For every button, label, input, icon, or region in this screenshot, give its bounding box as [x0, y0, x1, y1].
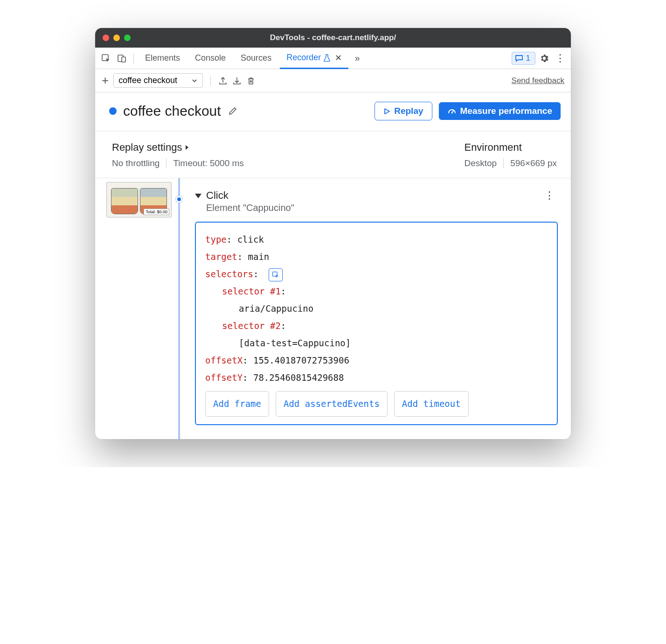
replay-label: Replay [394, 106, 423, 116]
add-asserted-events-button[interactable]: Add assertedEvents [276, 391, 388, 417]
throttling-value: No throttling [112, 158, 160, 168]
more-menu-icon[interactable]: ⋮ [553, 51, 567, 65]
more-tabs-icon[interactable]: » [350, 51, 364, 65]
add-frame-button[interactable]: Add frame [205, 391, 269, 417]
field-key-selectors[interactable]: selectors [205, 269, 253, 279]
message-icon [515, 54, 523, 63]
close-window-button[interactable] [103, 35, 109, 41]
chevron-right-icon [185, 144, 189, 151]
settings-gear-icon[interactable] [537, 51, 551, 65]
divider [166, 158, 166, 168]
selector-1-key[interactable]: selector #1 [222, 286, 281, 296]
settings-row: Replay settings No throttling Timeout: 5… [95, 131, 571, 178]
step-panel: Click Element "Cappucino" ⋮ type: click … [188, 178, 571, 439]
thumbnail-column: Total: $0.00 [95, 178, 170, 439]
recording-dropdown[interactable]: coffee checkout [113, 73, 203, 88]
close-tab-icon[interactable]: ✕ [335, 53, 342, 63]
import-icon[interactable] [232, 76, 242, 85]
tab-recorder-label: Recorder [286, 53, 321, 63]
svg-rect-2 [122, 57, 125, 62]
inspect-element-icon[interactable] [99, 51, 113, 65]
recording-name: coffee checkout [118, 76, 177, 85]
selector-1-val[interactable]: aria/Cappucino [239, 303, 313, 314]
titlebar: DevTools - coffee-cart.netlify.app/ [95, 28, 571, 48]
divider [133, 53, 134, 63]
step-menu-icon[interactable]: ⋮ [541, 189, 558, 202]
add-timeout-button[interactable]: Add timeout [394, 391, 469, 417]
flask-icon [324, 54, 330, 62]
export-icon[interactable] [218, 76, 228, 85]
send-feedback-link[interactable]: Send feedback [512, 76, 564, 85]
play-icon [383, 108, 390, 115]
pick-selector-icon[interactable] [269, 268, 283, 281]
step-thumbnail[interactable]: Total: $0.00 [106, 182, 172, 217]
steps-content: Total: $0.00 Click Element "Cappucino" ⋮… [95, 178, 571, 439]
field-key-offsety[interactable]: offsetY [205, 372, 243, 383]
gauge-icon [447, 106, 457, 116]
environment-heading: Environment [464, 141, 557, 154]
viewport-value: 596×669 px [510, 158, 557, 168]
timeline [170, 178, 188, 439]
chevron-down-icon [191, 77, 198, 84]
field-val-offsetx[interactable]: 155.40187072753906 [253, 355, 349, 365]
devtools-window: DevTools - coffee-cart.netlify.app/ Elem… [95, 28, 571, 439]
recording-title: coffee checkout [123, 103, 221, 119]
issues-badge[interactable]: 1 [512, 52, 535, 65]
divider [210, 76, 211, 86]
environment-settings: Environment Desktop 596×669 px [464, 141, 557, 168]
field-key-type[interactable]: type [205, 234, 227, 245]
cup-icon [111, 188, 138, 214]
collapse-step-icon[interactable] [195, 194, 201, 198]
selector-2-val[interactable]: [data-test=Cappucino] [239, 338, 351, 348]
field-key-offsetx[interactable]: offsetX [205, 355, 243, 365]
edit-title-icon[interactable] [228, 106, 238, 116]
thumb-price: Total: $0.00 [144, 209, 169, 215]
divider [503, 158, 504, 168]
recording-header: coffee checkout Replay Measure performan… [95, 92, 571, 131]
tab-sources[interactable]: Sources [234, 48, 278, 69]
field-val-target[interactable]: main [248, 252, 270, 262]
recorder-toolbar: + coffee checkout Send feedback [95, 69, 571, 92]
field-key-target[interactable]: target [205, 252, 237, 262]
timeline-step-dot [176, 196, 182, 203]
step-title: Click [206, 189, 294, 202]
device-toolbar-icon[interactable] [115, 51, 129, 65]
replay-button[interactable]: Replay [375, 102, 432, 120]
window-title: DevTools - coffee-cart.netlify.app/ [95, 33, 571, 42]
recording-status-dot [109, 107, 117, 115]
new-recording-icon[interactable]: + [102, 73, 109, 88]
issues-count: 1 [526, 54, 530, 63]
tab-console[interactable]: Console [188, 48, 232, 69]
device-value: Desktop [464, 158, 497, 168]
zoom-window-button[interactable] [124, 35, 131, 41]
svg-point-3 [451, 112, 452, 114]
replay-settings-heading[interactable]: Replay settings [112, 141, 244, 154]
field-val-offsety[interactable]: 78.25460815429688 [253, 372, 344, 383]
delete-icon[interactable] [246, 76, 256, 85]
minimize-window-button[interactable] [113, 35, 120, 41]
timeout-value: Timeout: 5000 ms [173, 158, 243, 168]
tab-recorder[interactable]: Recorder ✕ [280, 48, 348, 69]
replay-settings: Replay settings No throttling Timeout: 5… [112, 141, 244, 168]
panel-tabbar: Elements Console Sources Recorder ✕ » 1 … [95, 48, 571, 69]
step-details: type: click target: main selectors: sele… [195, 222, 558, 425]
window-controls [103, 35, 131, 41]
measure-label: Measure performance [460, 106, 552, 116]
field-val-type[interactable]: click [237, 234, 264, 245]
step-subtitle: Element "Cappucino" [206, 203, 294, 213]
selector-2-key[interactable]: selector #2 [222, 321, 281, 331]
tab-elements[interactable]: Elements [139, 48, 187, 69]
measure-performance-button[interactable]: Measure performance [439, 102, 561, 120]
